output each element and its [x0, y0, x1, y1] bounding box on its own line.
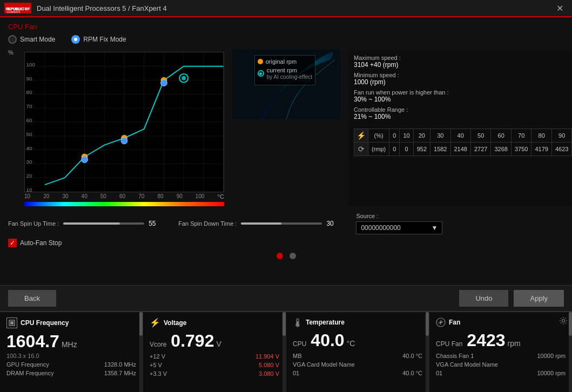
rpm-table-section: ⚡ (%) 0 10 20 30 40 50 60 70 80 [354, 129, 572, 156]
spin-up-fill [63, 222, 120, 225]
min-speed-row: Minimum speed : 1000 (rpm) [354, 72, 572, 86]
cpu-freq-big-value: 1604.7 [6, 332, 59, 352]
chart-container[interactable]: 10 20 30 40 50 60 70 80 90 100 [24, 52, 224, 192]
voltage-big-value: 0.792 [171, 331, 214, 351]
chart-y-label: % [8, 49, 14, 56]
min-speed-value: 1000 (rpm) [354, 78, 572, 86]
source-dropdown[interactable]: 00000000000 ▼ [356, 221, 442, 234]
vga-fan-label-row: VGA Card Model Name [436, 361, 566, 368]
apply-button[interactable]: Apply [514, 290, 564, 307]
source-label: Source : [356, 213, 442, 219]
max-speed-row: Maximum speed : 3104 +40 (rpm) [354, 55, 572, 69]
max-speed-value: 3104 +40 (rpm) [354, 61, 572, 69]
legend-current-label: current rpm by AI cooling-effect [267, 67, 312, 80]
dropdown-arrow-icon: ▼ [431, 224, 438, 232]
thermometer-icon [293, 317, 302, 327]
range-label: Controllable Range : [354, 106, 572, 113]
smart-mode-radio[interactable] [8, 35, 17, 44]
auto-fan-stop-checkbox[interactable]: ✓ [8, 239, 17, 247]
smart-mode-option[interactable]: Smart Mode [8, 35, 55, 44]
svg-text:80: 80 [26, 89, 32, 95]
svg-text:30: 30 [26, 159, 32, 165]
voltage-value-row: Vcore 0.792 V [150, 331, 279, 351]
settings-icon[interactable] [559, 316, 568, 327]
cpu-scrollbar-thumb [139, 312, 143, 336]
gpu-freq-row: GPU Frequency 1328.0 MHz [6, 361, 136, 368]
fan-curve-chart: 10 20 30 40 50 60 70 80 90 100 [25, 52, 224, 192]
cpu-fan-label: CPU Fan [436, 340, 462, 348]
svg-point-48 [297, 324, 299, 326]
vga-temp-row: 01 40.0 °C [293, 370, 422, 376]
cpu-freq-label: CPU Frequency [21, 319, 69, 327]
svg-point-51 [562, 320, 565, 322]
fan-spin-icon: ⟳ [358, 145, 365, 153]
spin-up-group: Fan Spin Up Time : 55 [8, 220, 162, 227]
temp-scrollbar-thumb [426, 312, 429, 336]
v12-row: +12 V 11.904 V [150, 353, 279, 360]
spin-down-slider[interactable] [241, 222, 322, 225]
pct-header: (%) [368, 129, 389, 143]
svg-text:10: 10 [26, 187, 32, 192]
middle-area: % [8, 49, 564, 206]
fan-panel: Fan CPU Fan 2423 rpm Chassis Fan 1 10000… [429, 312, 572, 392]
chart-area: % [8, 49, 224, 206]
chart-x-labels: 10 20 30 40 50 60 70 80 90 100 °C [24, 193, 224, 200]
vcore-label: Vcore [150, 341, 166, 348]
title-bar: REPUBLIC OF REPUBLIC OF REPUBLIC OF GAME… [0, 0, 572, 17]
source-group: Source : 00000000000 ▼ [356, 213, 442, 234]
svg-point-38 [121, 138, 127, 144]
spin-up-value: 55 [149, 220, 162, 227]
temp-color-bar [24, 202, 224, 206]
voltage-unit: V [216, 340, 221, 348]
page-dot-2[interactable] [290, 253, 296, 259]
rpm-fix-radio[interactable] [71, 35, 80, 44]
fan-rpm-unit: rpm [508, 339, 521, 348]
cpu-freq-value-row: 1604.7 MHz [6, 332, 136, 352]
svg-text:GAMERS: GAMERS [6, 10, 20, 13]
info-panel: Maximum speed : 3104 +40 (rpm) Minimum s… [348, 49, 572, 206]
page-dot-1[interactable] [277, 253, 283, 259]
close-button[interactable]: ✕ [552, 3, 568, 13]
cpu-multiplier: 100.3 x 16.0 [6, 353, 136, 359]
spin-up-slider[interactable] [63, 222, 144, 225]
range-row: Controllable Range : 21% ~ 100% [354, 106, 572, 120]
checkbox-check-icon: ✓ [10, 239, 15, 247]
v5-row: +5 V 5.080 V [150, 362, 279, 368]
lightning-status-icon: ⚡ [150, 317, 160, 328]
cpu-scrollbar[interactable] [139, 312, 143, 392]
voltage-scrollbar-thumb [282, 312, 286, 336]
v33-row: +3.3 V 3.080 V [150, 370, 279, 377]
button-row: Back Undo Apply [0, 285, 572, 311]
auto-fan-stop-label: Auto-Fan Stop [20, 239, 62, 247]
rpm-fix-mode-option[interactable]: RPM Fix Mode [71, 35, 126, 44]
cpu-fan-row: CPU Fan 2423 rpm [436, 330, 566, 350]
svg-rect-44 [10, 321, 14, 325]
svg-text:60: 60 [26, 117, 32, 123]
auto-fan-stop-row: ✓ Auto-Fan Stop [8, 239, 564, 247]
controls-row: Fan Spin Up Time : 55 Fan Spin Down Time… [8, 213, 564, 234]
undo-button[interactable]: Undo [459, 290, 508, 307]
rpm-row: ⟳ (rmp) 0 0 952 1582 2148 2727 3268 3750… [354, 143, 573, 156]
min-speed-label: Minimum speed : [354, 72, 572, 78]
temp-title: Temperature [293, 317, 422, 327]
voltage-title: ⚡ Voltage [150, 317, 279, 328]
svg-text:20: 20 [26, 173, 32, 179]
fan-scrollbar-thumb [569, 312, 572, 336]
legend-current: current rpm by AI cooling-effect [258, 67, 312, 80]
fan-scrollbar[interactable] [569, 312, 572, 392]
temp-scrollbar[interactable] [426, 312, 429, 392]
voltage-label: Voltage [164, 319, 186, 327]
top-section: CPU Fan Smart Mode RPM Fix Mode % [0, 17, 572, 285]
svg-point-39 [160, 80, 167, 86]
svg-text:70: 70 [26, 103, 32, 109]
fan-panel-label: Fan [449, 319, 460, 326]
spin-down-label: Fan Spin Down Time : [178, 220, 237, 227]
range-value: 21% ~ 100% [354, 113, 572, 120]
legend-original-label: original rpm [266, 58, 297, 65]
voltage-scrollbar[interactable] [282, 312, 286, 392]
svg-point-37 [82, 157, 88, 163]
vga-temp-label-row: VGA Card Model Name [293, 361, 422, 368]
cpu-freq-title: CPU Frequency [6, 317, 136, 328]
status-bar: CPU Frequency 1604.7 MHz 100.3 x 16.0 GP… [0, 311, 572, 392]
back-button[interactable]: Back [8, 290, 56, 307]
